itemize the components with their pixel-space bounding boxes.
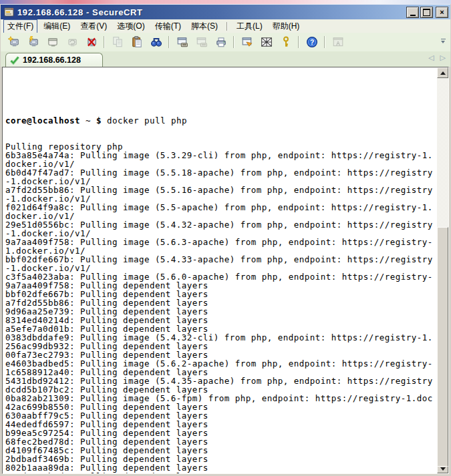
chevron-down-icon: [441, 41, 445, 43]
key-button[interactable]: [277, 34, 294, 50]
reconnect-button[interactable]: [63, 34, 80, 50]
menu-separator: [227, 22, 228, 31]
vertical-scrollbar[interactable]: [437, 67, 448, 473]
tab-label: 192.168.66.128: [23, 55, 81, 65]
session-options-button[interactable]: [239, 34, 255, 50]
command-text: docker pull php: [107, 115, 187, 126]
prompt-line: core@localhost~$docker pull php: [5, 116, 437, 125]
scroll-down-icon: [440, 467, 446, 471]
menu-transfer[interactable]: 传输(T): [151, 19, 185, 33]
raw-log-button[interactable]: [193, 34, 210, 50]
find-button[interactable]: [148, 34, 164, 50]
svg-text:A: A: [335, 40, 339, 47]
font-icon: A: [332, 36, 344, 48]
toolbar-separator: [104, 36, 105, 48]
maximize-button[interactable]: [420, 7, 433, 18]
log-session-button[interactable]: [174, 34, 190, 50]
tab-scroll-left-icon[interactable]: ◁: [428, 54, 434, 61]
tab-scroll-right-icon[interactable]: ▷: [440, 54, 446, 61]
toolbar-separator: [168, 36, 170, 48]
toolbar-separator: [324, 36, 325, 48]
paste-button[interactable]: [128, 34, 145, 50]
connect-icon: [8, 36, 20, 48]
window-title: 192.168.66.128 - SecureCRT: [17, 7, 143, 17]
print-icon: [215, 36, 227, 48]
close-icon: ×: [440, 9, 444, 16]
quick-connect-button[interactable]: [25, 34, 41, 50]
session-tab[interactable]: 192.168.66.128: [5, 53, 103, 67]
new-tab-icon: [47, 36, 59, 48]
app-icon: [4, 7, 15, 18]
keymap-icon: [261, 36, 273, 48]
menu-script[interactable]: 脚本(S): [187, 19, 222, 33]
terminal-line: 7a0d03c7b9dc: Pulling dependent layers: [5, 472, 437, 473]
terminal-screen[interactable]: core@localhost~$docker pull php Pulling …: [3, 67, 437, 473]
svg-text:?: ?: [309, 39, 313, 46]
overflow-bar: [441, 39, 446, 39]
menu-tools[interactable]: 工具(L): [233, 19, 267, 33]
close-button[interactable]: ×: [436, 7, 448, 18]
scrollbar-thumb[interactable]: [437, 227, 448, 468]
toolbar-separator: [298, 36, 299, 48]
print-button[interactable]: [212, 34, 229, 50]
menu-file[interactable]: 文件(F): [3, 19, 37, 33]
toolbar-overflow-button[interactable]: [439, 36, 447, 45]
new-tab-button[interactable]: [44, 34, 61, 50]
key-icon: [280, 36, 292, 48]
minimize-button[interactable]: [406, 7, 419, 18]
scroll-up-button[interactable]: [437, 67, 448, 78]
session-options-icon: [241, 36, 253, 48]
tab-strip: 192.168.66.128 ◁ ▷: [1, 51, 450, 67]
menu-edit[interactable]: 编辑(E): [39, 19, 74, 33]
scroll-up-icon: [440, 71, 446, 75]
copy-icon: [112, 36, 124, 48]
scroll-down-button[interactable]: [437, 466, 448, 473]
minimize-icon: [410, 15, 416, 16]
paste-icon: [131, 36, 143, 48]
menu-bar: 文件(F) 编辑(E) 查看(V) 选项(O) 传输(T) 脚本(S) 工具(L…: [1, 19, 450, 33]
reconnect-icon: [66, 36, 78, 48]
find-icon: [150, 36, 162, 48]
disconnect-button[interactable]: [83, 34, 100, 50]
menu-view[interactable]: 查看(V): [76, 19, 111, 33]
prompt-user: core@localhost: [5, 115, 80, 126]
title-bar: 192.168.66.128 - SecureCRT ×: [1, 4, 450, 20]
connect-button[interactable]: [5, 34, 22, 50]
toolbar-separator: [233, 36, 235, 48]
prompt-cwd: ~: [86, 115, 91, 126]
raw-log-icon: [196, 36, 208, 48]
menu-options[interactable]: 选项(O): [113, 19, 148, 33]
font-button[interactable]: A: [329, 34, 346, 50]
toolbar: ? A: [1, 33, 450, 52]
prompt-symbol: $: [96, 115, 102, 126]
terminal-output: Pulling repository php6b3a85e4a74a: Pull…: [5, 142, 437, 473]
log-session-icon: [176, 36, 188, 48]
menu-help[interactable]: 帮助(H): [269, 19, 304, 33]
help-icon: ?: [306, 36, 318, 48]
disconnect-icon: [86, 36, 98, 48]
quick-connect-icon: [27, 36, 39, 48]
terminal-window: core@localhost~$docker pull php Pulling …: [2, 67, 449, 474]
help-button[interactable]: ?: [303, 34, 320, 50]
maximize-icon: [423, 9, 430, 16]
copy-button[interactable]: [109, 34, 126, 50]
connected-check-icon: [10, 56, 19, 65]
keymap-button[interactable]: [258, 34, 275, 50]
